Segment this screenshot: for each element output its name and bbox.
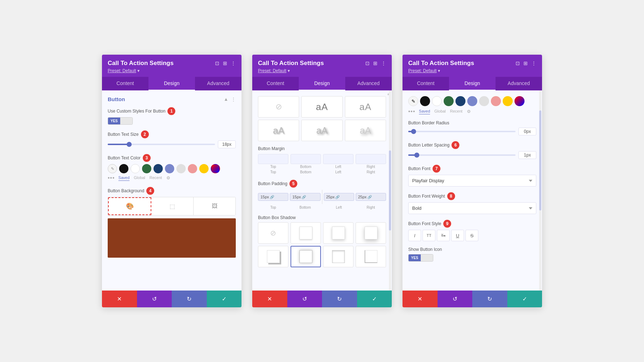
tab-advanced-2[interactable]: Advanced — [345, 77, 392, 90]
p3-eyedropper[interactable]: ✎ — [408, 96, 418, 106]
p3-tab-recent[interactable]: Recent — [450, 109, 463, 114]
save-btn-2[interactable]: ✓ — [357, 291, 392, 307]
tab-design-1[interactable]: Design — [148, 77, 195, 90]
text-style-normal-2[interactable]: aA — [345, 96, 386, 118]
swatch-pink[interactable] — [188, 164, 197, 173]
link-icon-bottom[interactable]: 🔗 — [302, 195, 306, 199]
swatch-gray[interactable] — [176, 164, 186, 173]
p3-swatch-navy[interactable] — [455, 96, 465, 106]
p3-swatch-green[interactable] — [444, 96, 454, 106]
text-style-shadow-1[interactable]: aA — [258, 120, 299, 141]
p3-swatch-black[interactable] — [420, 96, 430, 106]
cancel-btn-2[interactable]: ✕ — [252, 291, 287, 307]
shadow-bottom-md[interactable] — [323, 222, 353, 244]
undo-btn-2[interactable]: ↺ — [287, 291, 322, 307]
columns-icon[interactable]: ⊞ — [223, 60, 227, 66]
p3-swatch-purple[interactable] — [467, 96, 477, 106]
p3-color-gear[interactable]: ⚙ — [467, 109, 471, 114]
padding-top-input[interactable]: 15px 🔗 — [258, 193, 288, 201]
redo-btn-1[interactable]: ↻ — [172, 291, 207, 307]
color-tab-saved[interactable]: Saved — [118, 175, 130, 181]
shadow-none[interactable]: ⊘ — [258, 222, 288, 244]
more-icon[interactable]: ⋮ — [231, 60, 236, 66]
swatch-black[interactable] — [119, 164, 128, 173]
columns-icon-2[interactable]: ⊞ — [373, 60, 377, 66]
link-icon-right[interactable]: 🔗 — [367, 195, 372, 199]
letter-spacing-value[interactable]: 1px — [518, 151, 536, 159]
padding-right-input[interactable]: 25px 🔗 — [356, 193, 386, 201]
more-icon-3[interactable]: ⋮ — [531, 60, 536, 66]
section-more-icon[interactable]: ⋮ — [231, 96, 236, 102]
swatch-green[interactable] — [142, 164, 151, 173]
more-colors-dots[interactable]: ••• — [108, 175, 115, 181]
font-style-tt[interactable]: TT — [423, 230, 435, 241]
tab-advanced-1[interactable]: Advanced — [195, 77, 241, 90]
more-icon-2[interactable]: ⋮ — [381, 60, 386, 66]
margin-left-input[interactable] — [323, 154, 353, 164]
padding-left-input[interactable]: 25px 🔗 — [324, 193, 354, 201]
p3-more-dots[interactable]: ••• — [408, 108, 415, 115]
undo-btn-1[interactable]: ↺ — [137, 291, 172, 307]
toggle-yes-icon[interactable]: YES — [409, 254, 421, 261]
collapse-icon[interactable]: ▲ — [224, 96, 228, 102]
tab-content-1[interactable]: Content — [102, 77, 148, 90]
toggle-show-icon[interactable]: YES — [408, 254, 433, 262]
button-font-select[interactable]: Playfair Display Open Sans Roboto Lato — [408, 175, 536, 187]
bg-image-option[interactable]: 🖼 — [194, 197, 235, 215]
toggle-no-icon[interactable] — [421, 254, 433, 261]
color-tab-recent[interactable]: Recent — [150, 175, 162, 180]
p3-tab-global[interactable]: Global — [434, 109, 446, 114]
save-btn-1[interactable]: ✓ — [207, 291, 242, 307]
text-style-none[interactable]: ⊘ — [258, 96, 299, 118]
text-size-value[interactable]: 18px — [218, 140, 236, 148]
p3-swatch-white[interactable] — [432, 96, 442, 106]
border-radius-value[interactable]: 0px — [518, 128, 536, 135]
tab-content-2[interactable]: Content — [252, 77, 299, 90]
resize-icon-2[interactable]: ⊡ — [365, 60, 370, 66]
shadow-corner-bl[interactable] — [356, 246, 386, 267]
text-style-normal-1[interactable]: aA — [301, 96, 342, 118]
save-btn-3[interactable]: ✓ — [507, 291, 542, 307]
shadow-center[interactable] — [291, 246, 321, 267]
undo-btn-3[interactable]: ↺ — [438, 291, 473, 307]
resize-icon[interactable]: ⊡ — [215, 60, 219, 66]
shadow-bottom-sm[interactable] — [291, 222, 321, 244]
bg-color-option[interactable]: 🎨 — [108, 197, 151, 215]
text-style-shadow-2[interactable]: aA — [301, 120, 342, 141]
redo-btn-2[interactable]: ↻ — [322, 291, 357, 307]
bg-gradient-option[interactable]: ⬚ — [151, 197, 194, 215]
border-radius-slider[interactable] — [408, 131, 516, 132]
padding-bottom-input[interactable]: 15px 🔗 — [290, 193, 320, 201]
eyedropper-btn[interactable]: ✎ — [108, 164, 117, 173]
tab-advanced-3[interactable]: Advanced — [496, 77, 542, 90]
p3-swatch-yellow[interactable] — [503, 96, 513, 106]
cancel-btn-1[interactable]: ✕ — [102, 291, 137, 307]
p3-tab-saved[interactable]: Saved — [419, 109, 430, 114]
margin-top-input[interactable] — [258, 154, 288, 164]
font-style-tr[interactable]: Tr — [437, 230, 450, 241]
toggle-custom-styles[interactable]: YES — [108, 117, 133, 125]
shadow-inset[interactable] — [323, 246, 353, 267]
shadow-bottom-lg[interactable] — [356, 222, 386, 244]
font-style-strikethrough[interactable]: S — [465, 230, 478, 241]
swatch-white[interactable] — [131, 164, 140, 173]
margin-right-input[interactable] — [356, 154, 386, 164]
p3-scrollbar-thumb[interactable] — [539, 110, 541, 210]
resize-icon-3[interactable]: ⊡ — [516, 60, 520, 66]
toggle-yes[interactable]: YES — [108, 118, 120, 124]
cancel-btn-3[interactable]: ✕ — [402, 291, 438, 307]
shadow-corner-br[interactable] — [258, 246, 288, 267]
color-tab-global[interactable]: Global — [134, 175, 145, 180]
margin-bottom-input[interactable] — [291, 154, 321, 164]
link-icon-left[interactable]: 🔗 — [335, 195, 340, 199]
toggle-no[interactable] — [120, 118, 132, 124]
font-style-underline[interactable]: U — [451, 230, 464, 241]
tab-design-2[interactable]: Design — [299, 77, 345, 90]
text-style-shadow-3[interactable]: aA — [345, 120, 386, 141]
tab-content-3[interactable]: Content — [402, 77, 449, 90]
p3-swatch-pink[interactable] — [491, 96, 501, 106]
font-style-italic[interactable]: I — [408, 230, 421, 241]
swatch-purple[interactable] — [165, 164, 174, 173]
p3-swatch-gradient[interactable] — [514, 96, 525, 106]
swatch-gradient[interactable] — [211, 164, 220, 173]
